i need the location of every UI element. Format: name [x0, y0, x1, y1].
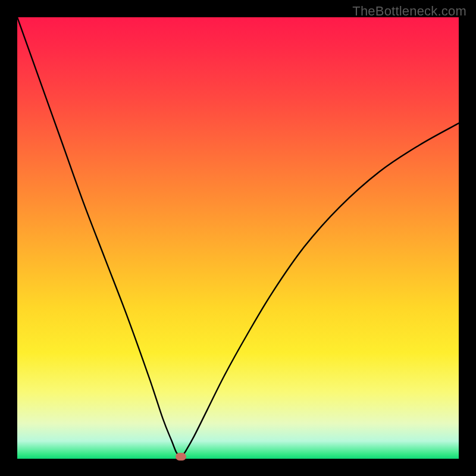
watermark-label: TheBottleneck.com [352, 4, 466, 19]
optimum-marker [176, 453, 186, 461]
chart-plot-area [17, 17, 459, 459]
